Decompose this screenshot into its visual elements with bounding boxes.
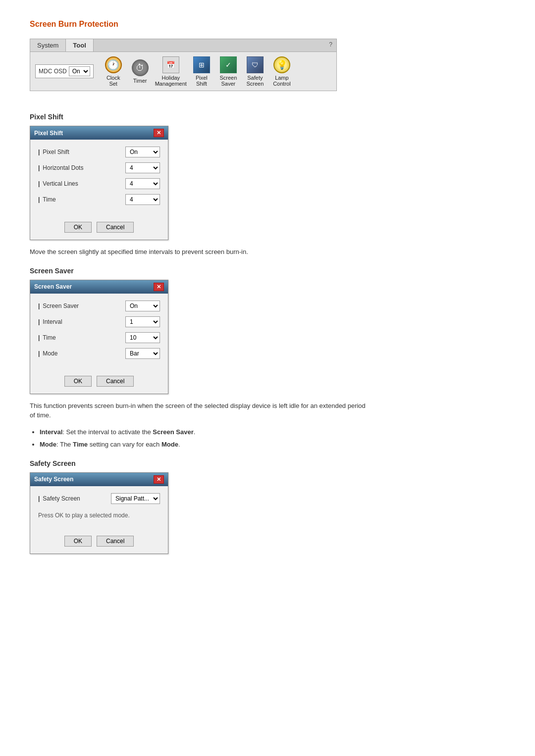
screen-saver-label-3: Mode [38,350,57,357]
lamp-icon: 💡 [273,56,290,73]
bullet-mode-bold1: Mode [40,441,56,448]
pixel-shift-select-3[interactable]: 4235 [125,194,160,205]
pixel-shift-titlebar: Pixel Shift ✕ [30,126,168,140]
toolbar-icon-safety-screen[interactable]: 🛡 Safety Screen [243,56,267,87]
safety-screen-dialog-content: Safety Screen Signal Patt...BarEraser Pr… [30,486,168,531]
toolbar-tabs: System Tool ? [30,39,336,52]
pixel-shift-select-0[interactable]: OnOff [125,147,160,157]
timer-label: Timer [133,78,147,84]
pixel-shift-row-pixel-shift: Pixel Shift OnOff [38,147,160,157]
pixel-shift-row-label-3: Time [38,196,56,203]
screen-saver-select-1[interactable]: 12345 [125,316,160,327]
screen-saver-description: This function prevents screen burn-in wh… [30,401,367,420]
safety-screen-row-0: Safety Screen Signal Patt...BarEraser [38,493,160,504]
screen-saver-row-2: Time 10203040 [38,332,160,343]
bullet-interval-bold2: Screen Saver [153,428,193,436]
safety-screen-note: Press OK to play a selected mode. [38,509,160,524]
holiday-icon: 📅 [162,56,179,73]
safety-screen-select-0[interactable]: Signal Patt...BarEraser [111,493,160,504]
safety-screen-close-button[interactable]: ✕ [154,475,164,484]
toolbar-icon-pixel-shift[interactable]: ⊞ Pixel Shift [190,56,214,87]
pixel-shift-close-button[interactable]: ✕ [154,129,164,137]
lamp-control-label: Lamp Control [273,75,290,87]
screen-saver-label-2: Time [38,334,56,341]
pixel-icon: ⊞ [193,56,210,73]
safety-icon: 🛡 [247,56,264,73]
toolbar-icon-timer[interactable]: ⏱ Timer [128,59,152,84]
screen-saver-ok-button[interactable]: OK [64,376,92,387]
screen-saver-close-button[interactable]: ✕ [154,283,164,291]
page-title: Screen Burn Protection [30,20,505,29]
toolbar-icon-clock-set[interactable]: 🕐 Clock Set [102,56,125,87]
screen-saver-select-3[interactable]: BarEraserPixel [125,348,160,359]
screen-saver-icon: ✓ [220,56,237,73]
pixel-shift-dialog-content: Pixel Shift OnOff Horizontal Dots 4235 V… [30,140,168,217]
pixel-shift-row-time: Time 4235 [38,194,160,205]
safety-screen-section-title: Safety Screen [30,459,505,467]
screen-saver-titlebar: Screen Saver ✕ [30,280,168,294]
screen-saver-row-3: Mode BarEraserPixel [38,348,160,359]
timer-icon: ⏱ [132,59,149,76]
safety-screen-titlebar: Safety Screen ✕ [30,473,168,486]
toolbar-icon-screen-saver[interactable]: ✓ Screen Saver [216,56,240,87]
toolbar-panel: System Tool ? MDC OSD On Off 🕐 Clock Set [30,39,337,91]
screen-saver-row-0: Screen Saver OnOff [38,301,160,311]
pixel-shift-cancel-button[interactable]: Cancel [97,222,134,233]
screen-saver-dialog-content: Screen Saver OnOff Interval 12345 Time 1… [30,294,168,371]
pixel-shift-select-1[interactable]: 4235 [125,162,160,173]
toolbar-icon-lamp-control[interactable]: 💡 Lamp Control [270,56,294,87]
pixel-shift-row-vertical-lines: Vertical Lines 4235 [38,178,160,189]
screen-saver-label: Screen Saver [219,75,237,87]
pixel-shift-dialog-title: Pixel Shift [34,130,63,137]
pixel-shift-row-label-2: Vertical Lines [38,180,78,187]
pixel-shift-select-2[interactable]: 4235 [125,178,160,189]
pixel-shift-row-label-0: Pixel Shift [38,149,69,155]
pixel-shift-row-label-1: Horizontal Dots [38,164,83,171]
bullet-mode-bold2: Time [73,441,88,448]
safety-screen-ok-button[interactable]: OK [64,536,92,547]
safety-screen-label: Safety Screen [246,75,264,87]
mdc-osd-select[interactable]: On Off [69,66,90,76]
pixel-shift-label: Pixel Shift [196,75,208,87]
safety-screen-footer: OK Cancel [30,531,168,554]
bullet-interval-bold1: Interval [40,428,62,436]
screen-saver-select-2[interactable]: 10203040 [125,332,160,343]
pixel-shift-description: Move the screen slightly at specified ti… [30,247,367,257]
screen-saver-dialog-title: Screen Saver [34,283,72,290]
mdc-osd-group: MDC OSD On Off [35,64,94,78]
screen-saver-select-0[interactable]: OnOff [125,301,160,311]
bullet-mode-bold3: Mode [161,441,178,448]
safety-screen-dialog-title: Safety Screen [34,476,73,483]
mdc-osd-label: MDC OSD [39,68,67,75]
screen-saver-label-1: Interval [38,318,62,325]
bullet-interval: Interval: Set the interval to activate t… [40,427,505,437]
clock-icon: 🕐 [105,56,122,73]
tab-system[interactable]: System [30,39,66,51]
screen-saver-cancel-button[interactable]: Cancel [97,376,134,387]
pixel-shift-section-title: Pixel Shift [30,113,505,121]
toolbar-body: MDC OSD On Off 🕐 Clock Set ⏱ Timer [30,52,336,91]
screen-saver-section-title: Screen Saver [30,267,505,275]
help-button[interactable]: ? [325,39,336,51]
pixel-shift-footer: OK Cancel [30,217,168,240]
clock-set-label: Clock Set [107,75,120,87]
pixel-shift-ok-button[interactable]: OK [64,222,92,233]
toolbar-icon-holiday[interactable]: 📅 Holiday Management [155,56,187,87]
bullet-mode: Mode: The Time setting can vary for each… [40,440,505,450]
screen-saver-bullets: Interval: Set the interval to activate t… [40,427,505,450]
safety-screen-label-0: Safety Screen [38,495,80,502]
tab-tool[interactable]: Tool [66,39,93,51]
screen-saver-row-1: Interval 12345 [38,316,160,327]
safety-screen-cancel-button[interactable]: Cancel [97,536,134,547]
screen-saver-dialog: Screen Saver ✕ Screen Saver OnOff Interv… [30,280,168,394]
screen-saver-footer: OK Cancel [30,371,168,394]
holiday-label: Holiday Management [155,75,187,87]
pixel-shift-row-horizontal-dots: Horizontal Dots 4235 [38,162,160,173]
safety-screen-dialog: Safety Screen ✕ Safety Screen Signal Pat… [30,472,168,554]
screen-saver-label-0: Screen Saver [38,302,79,309]
pixel-shift-dialog: Pixel Shift ✕ Pixel Shift OnOff Horizont… [30,126,168,240]
